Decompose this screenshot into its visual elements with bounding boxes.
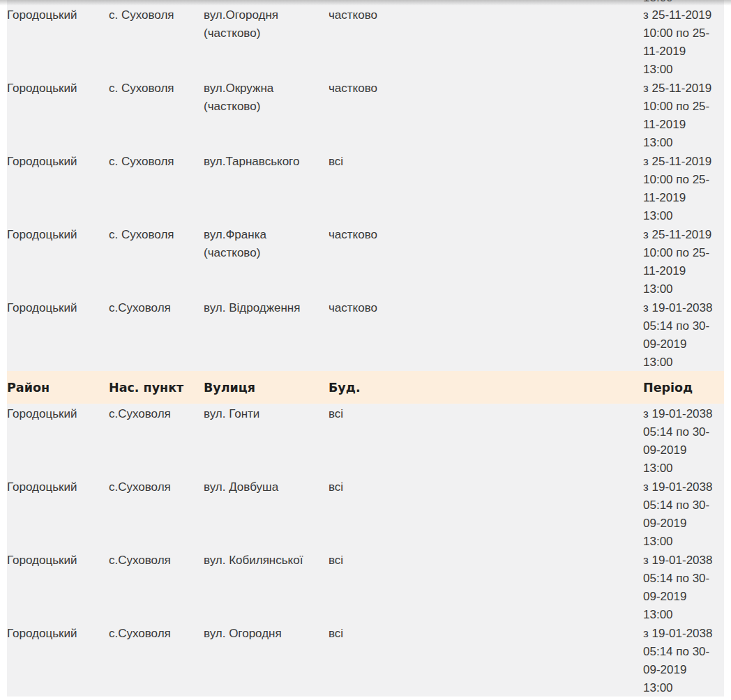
table-row: Городоцький с.Суховоля вул. Огородня всі… [7, 623, 724, 697]
outage-schedule-table: 13:00 Городоцький с. Суховоля вул.Огород… [7, 0, 724, 697]
cell-street: вул. Відродження [204, 299, 329, 372]
cell-district: Городоцький [7, 551, 109, 624]
table-row: Городоцький с.Суховоля вул. Відродження … [7, 298, 724, 371]
cell-district: Городоцький [7, 6, 109, 79]
cell-period: з 19-01-2038 05:14 по 30-09-2019 13:00 [643, 551, 724, 624]
cell-street: вул.Франка (частково) [204, 226, 329, 298]
cell-street: вул.Тарнавського [204, 153, 329, 225]
cell-period: з 19-01-2038 05:14 по 30-09-2019 13:00 [643, 478, 724, 551]
cell-settlement: с. Суховоля [109, 79, 204, 152]
table-row: Городоцький с. Суховоля вул.Тарнавського… [7, 151, 724, 225]
cell-street: вул. Огородня [204, 625, 329, 697]
cell-building: всі [329, 153, 643, 225]
column-header-street: Вулиця [204, 381, 329, 395]
cell-settlement: с. Суховоля [109, 226, 204, 298]
table-header-row: Район Нас. пункт Вулиця Буд. Період [7, 371, 724, 404]
cell-settlement: с.Суховоля [109, 551, 204, 624]
cell-period: з 25-11-2019 10:00 по 25-11-2019 13:00 [643, 226, 724, 298]
column-header-period: Період [643, 381, 724, 395]
clipped-period-text: 13:00 [643, 0, 673, 5]
cell-street: вул. Довбуша [204, 478, 329, 551]
cell-district: Городоцький [7, 478, 109, 551]
cell-settlement: с. Суховоля [109, 153, 204, 225]
cell-building: частково [329, 299, 643, 372]
cell-street: вул. Кобилянської [204, 551, 329, 624]
table-row: Городоцький с.Суховоля вул. Довбуша всі … [7, 477, 724, 550]
cell-street: вул.Огородня (частково) [204, 6, 329, 79]
cell-street: вул. Гонти [204, 405, 329, 478]
cell-settlement: с.Суховоля [109, 299, 204, 372]
cell-period: з 19-01-2038 05:14 по 30-09-2019 13:00 [643, 405, 724, 478]
cell-building: всі [329, 405, 643, 478]
column-header-settlement: Нас. пункт [109, 381, 204, 395]
cell-building: всі [329, 478, 643, 551]
cell-district: Городоцький [7, 299, 109, 372]
cell-settlement: с. Суховоля [109, 6, 204, 79]
cell-period: з 25-11-2019 10:00 по 25-11-2019 13:00 [643, 6, 724, 79]
cell-building: частково [329, 79, 643, 152]
cell-period: з 25-11-2019 10:00 по 25-11-2019 13:00 [643, 79, 724, 152]
cell-district: Городоцький [7, 625, 109, 697]
column-header-building: Буд. [329, 381, 643, 395]
cell-period: з 19-01-2038 05:14 по 30-09-2019 13:00 [643, 625, 724, 697]
cell-building: частково [329, 6, 643, 79]
cell-building: частково [329, 226, 643, 298]
table-row: Городоцький с. Суховоля вул.Огородня (ча… [7, 5, 724, 78]
column-header-district: Район [7, 381, 109, 395]
cell-building: всі [329, 551, 643, 624]
cell-period: з 25-11-2019 10:00 по 25-11-2019 13:00 [643, 153, 724, 225]
cell-settlement: с.Суховоля [109, 405, 204, 478]
table-row: Городоцький с. Суховоля вул.Франка (част… [7, 225, 724, 298]
cell-settlement: с.Суховоля [109, 478, 204, 551]
cell-period: з 19-01-2038 05:14 по 30-09-2019 13:00 [643, 299, 724, 372]
cell-building: всі [329, 625, 643, 697]
table-row: Городоцький с.Суховоля вул. Кобилянської… [7, 550, 724, 623]
table-row: Городоцький с. Суховоля вул.Окружна (час… [7, 78, 724, 151]
cell-settlement: с.Суховоля [109, 625, 204, 697]
cell-district: Городоцький [7, 79, 109, 152]
cell-street: вул.Окружна (частково) [204, 79, 329, 152]
cell-district: Городоцький [7, 405, 109, 478]
clipped-previous-row: 13:00 [7, 0, 724, 5]
cell-district: Городоцький [7, 226, 109, 298]
cell-district: Городоцький [7, 153, 109, 225]
table-row: Городоцький с.Суховоля вул. Гонти всі з … [7, 404, 724, 477]
